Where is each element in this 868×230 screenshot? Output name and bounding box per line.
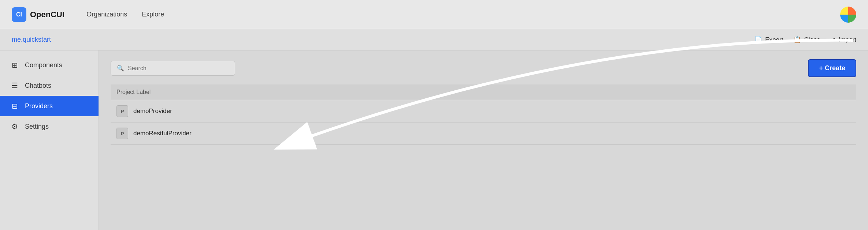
top-nav: CI OpenCUI Organizations Explore (0, 0, 868, 29)
export-button[interactable]: 📄 Export (754, 36, 783, 44)
table-row[interactable]: P demoProvider (111, 100, 856, 122)
app-name: OpenCUI (30, 10, 64, 19)
chatbots-icon: ☰ (10, 81, 19, 90)
providers-icon: ⊟ (10, 102, 19, 110)
row-icon: P (116, 128, 128, 139)
settings-icon: ⚙ (10, 122, 19, 131)
avatar[interactable] (840, 7, 856, 23)
clone-icon: 📋 (793, 36, 801, 44)
sidebar-item-label: Chatbots (25, 82, 51, 90)
sidebar-item-settings[interactable]: ⚙ Settings (0, 116, 99, 137)
sidebar-item-label: Components (25, 61, 62, 69)
breadcrumb[interactable]: me.quickstart (12, 36, 51, 44)
create-button[interactable]: + Create (808, 59, 856, 77)
logo-icon: CI (12, 7, 26, 22)
components-icon: ⊞ (10, 61, 19, 69)
breadcrumb-actions: 📄 Export 📋 Clone ↗ Import (754, 36, 856, 44)
import-button[interactable]: ↗ Import (831, 36, 856, 44)
nav-organizations[interactable]: Organizations (86, 9, 127, 20)
sidebar: ⊞ Components ☰ Chatbots ⊟ Providers ⚙ Se… (0, 50, 99, 230)
row-label: demoRestfulProvider (133, 130, 192, 137)
table-row[interactable]: P demoRestfulProvider (111, 122, 856, 145)
breadcrumb-bar: me.quickstart 📄 Export 📋 Clone ↗ Import (0, 29, 868, 50)
sidebar-item-components[interactable]: ⊞ Components (0, 55, 99, 75)
row-label: demoProvider (133, 108, 172, 115)
search-row: 🔍 + Create (111, 59, 856, 77)
search-input-wrap[interactable]: 🔍 (111, 61, 235, 76)
content-area: 🔍 + Create Project Label P demoProvider … (99, 50, 868, 230)
sidebar-item-chatbots[interactable]: ☰ Chatbots (0, 75, 99, 96)
sidebar-item-label: Providers (25, 102, 53, 110)
export-icon: 📄 (754, 36, 762, 44)
import-icon: ↗ (831, 36, 836, 44)
nav-links: Organizations Explore (86, 9, 164, 20)
clone-button[interactable]: 📋 Clone (793, 36, 820, 44)
nav-explore[interactable]: Explore (142, 9, 164, 20)
sidebar-item-providers[interactable]: ⊟ Providers (0, 96, 99, 116)
search-icon: 🔍 (117, 65, 124, 72)
row-icon: P (116, 105, 128, 117)
logo-area: CI OpenCUI (12, 7, 64, 22)
main-layout: ⊞ Components ☰ Chatbots ⊟ Providers ⚙ Se… (0, 50, 868, 230)
search-input[interactable] (128, 65, 229, 72)
table-header: Project Label (111, 84, 856, 100)
table-container: Project Label P demoProvider P demoRestf… (111, 84, 856, 145)
column-project-label: Project Label (116, 89, 151, 95)
sidebar-item-label: Settings (25, 123, 49, 131)
